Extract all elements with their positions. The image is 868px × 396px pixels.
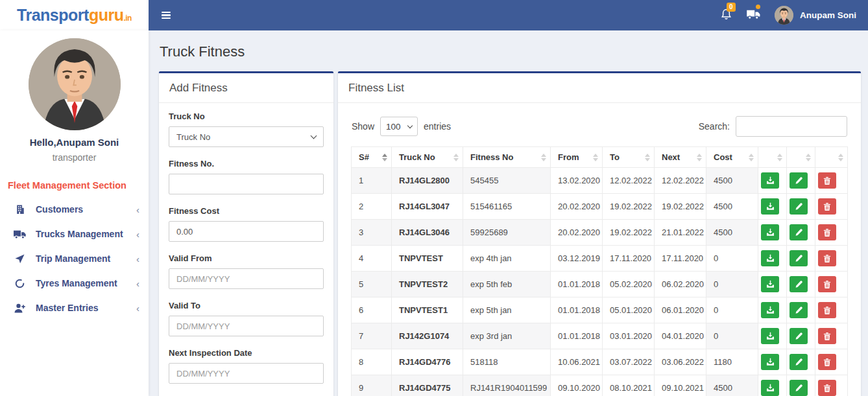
valid-to-label: Valid To	[169, 301, 324, 310]
brand-logo-text: Transportguru.in	[17, 6, 132, 25]
download-button[interactable]	[761, 354, 779, 370]
fitness-cost-label: Fitness Cost	[169, 206, 324, 216]
cell-sno: 2	[352, 194, 392, 220]
download-button[interactable]	[761, 172, 779, 189]
column-header-sno[interactable]: S#	[352, 147, 392, 168]
delete-button[interactable]	[818, 224, 836, 240]
page-length-select[interactable]: 100	[380, 117, 418, 136]
next-inspection-date-input[interactable]	[169, 363, 324, 384]
cell-cost: 0	[706, 272, 758, 297]
pencil-icon	[795, 384, 803, 392]
search-label: Search:	[699, 121, 730, 132]
user-menu[interactable]: Anupam Soni	[775, 6, 856, 25]
cell-cost: 4500	[706, 220, 758, 246]
edit-button[interactable]	[790, 276, 808, 292]
download-button[interactable]	[761, 250, 779, 266]
cell-fitness-no: 545455	[463, 168, 551, 194]
search-input[interactable]	[736, 116, 847, 137]
sidebar-section-title: Fleet Management Section	[0, 180, 149, 191]
delete-button[interactable]	[818, 354, 836, 370]
sidebar-toggle-menu-icon[interactable]	[160, 9, 172, 21]
valid-from-input[interactable]	[169, 268, 324, 289]
delete-button[interactable]	[818, 250, 836, 266]
edit-button[interactable]	[790, 224, 808, 240]
delete-button[interactable]	[818, 276, 836, 292]
valid-to-input[interactable]	[169, 316, 324, 336]
column-header-download[interactable]	[758, 147, 787, 168]
cell-to: 08.10.2021	[603, 375, 655, 396]
edit-button[interactable]	[790, 302, 808, 318]
column-header-to[interactable]: To	[603, 147, 655, 168]
cell-cost: 4500	[706, 168, 758, 194]
column-header-from[interactable]: From	[551, 147, 603, 168]
truck-icon	[14, 229, 26, 239]
cell-from: 01.01.2018	[551, 272, 603, 297]
pencil-icon	[795, 254, 803, 262]
tyre-circle-icon	[14, 279, 26, 288]
download-button[interactable]	[761, 380, 779, 396]
download-button[interactable]	[761, 276, 779, 292]
trash-icon	[823, 332, 831, 341]
user-avatar	[775, 6, 793, 25]
column-header-edit[interactable]	[787, 147, 815, 168]
sidebar-item-trip-management[interactable]: Trip Management ‹	[0, 246, 149, 271]
cell-from: 01.01.2018	[551, 323, 603, 349]
column-header-cost[interactable]: Cost	[706, 147, 758, 168]
edit-button[interactable]	[790, 380, 808, 396]
cell-truck-no: TNPVTEST	[392, 246, 463, 272]
main-content: Truck Fitness Add Fitness Truck No Truck…	[149, 30, 868, 396]
download-button[interactable]	[761, 224, 779, 240]
delete-button[interactable]	[818, 198, 836, 215]
add-fitness-title: Add Fitness	[159, 73, 333, 103]
cell-to: 03.07.2022	[603, 349, 655, 375]
column-header-truck-no[interactable]: Truck No	[392, 147, 463, 168]
cell-fitness-no: 518118	[463, 349, 551, 375]
download-button[interactable]	[761, 328, 779, 344]
sidebar-item-customers[interactable]: Customers ‹	[0, 197, 149, 222]
pencil-icon	[795, 280, 803, 288]
truck-alerts[interactable]	[747, 9, 760, 22]
cell-from: 13.02.2020	[551, 168, 603, 194]
table-row: 1 RJ14GL2800 545455 13.02.2020 12.02.202…	[352, 168, 848, 194]
download-button[interactable]	[761, 302, 779, 318]
sidebar-item-master-entries[interactable]: Master Entries ‹	[0, 296, 149, 320]
cell-to: 05.02.2020	[603, 272, 655, 297]
truck-no-label: Truck No	[169, 111, 324, 121]
delete-button[interactable]	[818, 302, 836, 318]
column-header-fitness-no[interactable]: Fitness No	[463, 147, 551, 168]
fitness-cost-input[interactable]	[169, 221, 324, 242]
download-button[interactable]	[761, 198, 779, 215]
delete-button[interactable]	[818, 328, 836, 344]
sidebar-item-tyres-management[interactable]: Tyres Management ‹	[0, 271, 149, 296]
cell-next: 17.11.2020	[655, 246, 706, 272]
edit-button[interactable]	[790, 250, 808, 266]
edit-button[interactable]	[790, 354, 808, 370]
trash-icon	[823, 176, 831, 185]
cell-next: 04.01.2020	[655, 323, 706, 349]
cell-fitness-no: 515461165	[463, 194, 551, 220]
edit-button[interactable]	[790, 328, 808, 344]
notifications-bell[interactable]: 0	[720, 8, 732, 23]
sort-icon	[453, 154, 459, 161]
cell-sno: 5	[352, 272, 392, 297]
brand-logo[interactable]: Transportguru.in	[0, 0, 149, 30]
sort-icon	[749, 154, 754, 161]
download-icon	[766, 358, 775, 366]
sort-icon	[541, 154, 546, 161]
table-row: 4 TNPVTEST exp 4th jan 03.12.2019 17.11.…	[352, 246, 848, 272]
edit-button[interactable]	[790, 172, 808, 189]
download-icon	[766, 306, 775, 314]
fitness-no-input[interactable]	[169, 174, 324, 194]
trash-icon	[823, 228, 831, 237]
edit-button[interactable]	[790, 198, 808, 215]
delete-button[interactable]	[818, 380, 836, 396]
cell-next: 03.06.2022	[655, 349, 706, 375]
column-header-delete[interactable]	[815, 147, 848, 168]
column-header-next[interactable]: Next	[655, 147, 706, 168]
delete-button[interactable]	[818, 172, 836, 189]
cell-sno: 7	[352, 323, 392, 349]
fitness-no-label: Fitness No.	[169, 159, 324, 169]
table-row: 7 RJ142G1074 exp 3rd jan 01.01.2018 03.0…	[352, 323, 848, 349]
truck-no-select[interactable]: Truck No	[169, 126, 324, 147]
sidebar-item-trucks-management[interactable]: Trucks Management ‹	[0, 222, 149, 246]
